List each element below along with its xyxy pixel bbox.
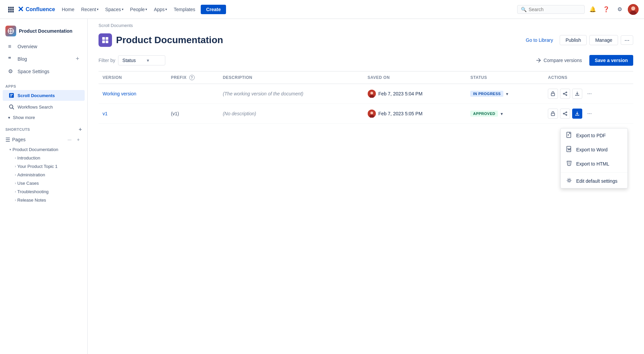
- col-description: Description: [219, 71, 363, 84]
- create-button[interactable]: Create: [201, 5, 226, 14]
- more-actions-button[interactable]: ···: [621, 35, 633, 45]
- topnav-right: 🔍 🔔 ❓ ⚙: [517, 4, 639, 15]
- lock-icon[interactable]: [548, 89, 558, 99]
- status-badge: IN PROGRESS: [470, 91, 503, 97]
- space-settings-icon: ⚙: [8, 68, 15, 75]
- tree-item-use-cases[interactable]: › Use Cases: [0, 179, 87, 187]
- svg-point-38: [566, 112, 567, 113]
- svg-rect-5: [12, 9, 14, 10]
- shortcuts-section-header: SHORTCUTS +: [0, 122, 87, 134]
- saved-on-cell: Feb 7, 2023 5:05 PM: [364, 104, 467, 124]
- export-icon[interactable]: [572, 89, 582, 99]
- svg-line-42: [564, 114, 566, 115]
- table-header: Version Prefix ? Description Saved on: [99, 71, 633, 84]
- svg-rect-28: [551, 93, 555, 96]
- row-more-button[interactable]: ···: [584, 109, 594, 119]
- grid-menu-icon[interactable]: [5, 4, 16, 15]
- space-icon: [5, 26, 16, 36]
- tree-item-release-notes[interactable]: › Release Notes: [0, 196, 87, 204]
- manage-button[interactable]: Manage: [589, 35, 618, 45]
- tree-chevron-icon[interactable]: ›: [15, 190, 16, 194]
- settings-icon[interactable]: ⚙: [614, 4, 625, 15]
- confluence-logo[interactable]: ✕ Confluence: [18, 5, 55, 14]
- actions-cell: ···: [544, 104, 633, 124]
- svg-point-30: [566, 95, 567, 96]
- v1-link[interactable]: v1: [103, 111, 108, 116]
- status-dropdown-button[interactable]: ▾: [499, 110, 504, 118]
- help-icon[interactable]: ❓: [601, 4, 612, 15]
- space-header[interactable]: Product Documentation: [0, 23, 87, 40]
- go-to-library-button[interactable]: Go to Library: [522, 35, 557, 45]
- lock-icon[interactable]: [548, 109, 558, 119]
- svg-line-20: [12, 108, 14, 109]
- tree-chevron-icon[interactable]: ›: [15, 198, 16, 202]
- tree-item-product-documentation[interactable]: ▾ Product Documentation: [0, 145, 87, 154]
- page-header: Product Documentation Go to Library Publ…: [88, 31, 644, 52]
- shortcuts-add-icon[interactable]: +: [79, 126, 82, 132]
- tree-collapse-icon[interactable]: ▾: [9, 148, 11, 151]
- svg-line-41: [564, 113, 566, 113]
- sidebar-item-overview[interactable]: ≡ Overview: [3, 41, 85, 52]
- export-active-icon[interactable]: [572, 109, 582, 119]
- avatar: [368, 90, 376, 98]
- chevron-down-icon: ▾: [122, 7, 123, 11]
- status-filter-select[interactable]: Status ▾: [118, 55, 165, 65]
- compare-versions-button[interactable]: Compare versions: [532, 55, 585, 65]
- sidebar-item-space-settings[interactable]: ⚙ Space Settings: [3, 65, 85, 77]
- export-word-item[interactable]: Export to Word: [561, 143, 627, 157]
- nav-spaces[interactable]: Spaces ▾: [103, 5, 126, 13]
- tree-item-introduction[interactable]: › Introduction: [0, 154, 87, 162]
- col-prefix: Prefix ?: [167, 71, 219, 84]
- tree-chevron-icon[interactable]: ›: [15, 181, 16, 185]
- nav-home[interactable]: Home: [59, 5, 77, 13]
- pages-header[interactable]: ☰ Pages ··· +: [0, 134, 87, 145]
- show-more-button[interactable]: ▾ Show more: [3, 113, 85, 122]
- prefix-help-icon[interactable]: ?: [189, 75, 195, 80]
- page-actions: Go to Library Publish Manage ···: [522, 35, 633, 45]
- tree-item-your-product-topic[interactable]: › Your Product Topic 1: [0, 162, 87, 171]
- nav-people[interactable]: People ▾: [128, 5, 150, 13]
- tree-chevron-icon[interactable]: ›: [15, 173, 16, 177]
- working-version-link[interactable]: Working version: [103, 91, 136, 96]
- notifications-icon[interactable]: 🔔: [587, 4, 598, 15]
- export-pdf-item[interactable]: Export to PDF: [561, 128, 627, 143]
- top-navigation: ✕ Confluence Home Recent ▾ Spaces ▾ Peop…: [0, 0, 644, 19]
- nav-apps[interactable]: Apps ▾: [151, 5, 170, 13]
- pages-add-icon[interactable]: +: [75, 136, 82, 143]
- blog-add-icon[interactable]: +: [76, 55, 79, 62]
- page-title: Product Documentation: [116, 35, 223, 46]
- filter-bar: Filter by Status ▾ Compare versions Save…: [88, 52, 644, 71]
- col-saved-on: Saved on: [364, 71, 467, 84]
- search-input[interactable]: [529, 7, 576, 12]
- share-icon[interactable]: [560, 89, 570, 99]
- share-icon[interactable]: [560, 109, 570, 119]
- sidebar-item-workflows-search[interactable]: Workflows Search: [3, 101, 85, 112]
- svg-point-39: [566, 115, 567, 116]
- status-dropdown-button[interactable]: ▾: [505, 90, 510, 98]
- workflows-search-icon: [8, 104, 15, 110]
- svg-rect-43: [567, 132, 571, 138]
- compare-icon: [535, 57, 541, 63]
- tree-item-troubleshooting[interactable]: › Troubleshooting: [0, 187, 87, 196]
- export-html-item[interactable]: Export to HTML: [561, 157, 627, 171]
- nav-recent[interactable]: Recent ▾: [78, 5, 101, 13]
- col-status: Status: [466, 71, 544, 84]
- avatar: [368, 110, 376, 118]
- space-name: Product Documentation: [19, 28, 73, 34]
- save-version-button[interactable]: Save a version: [589, 55, 633, 66]
- edit-default-settings-item[interactable]: Edit default settings: [561, 174, 627, 188]
- publish-button[interactable]: Publish: [560, 35, 587, 45]
- row-more-button[interactable]: ···: [584, 89, 594, 99]
- sidebar-item-scroll-documents[interactable]: Scroll Documents: [3, 90, 85, 101]
- pages-more-icon[interactable]: ···: [66, 136, 73, 143]
- tree-chevron-icon[interactable]: ›: [15, 165, 16, 168]
- svg-point-35: [370, 112, 373, 114]
- avatar[interactable]: [628, 4, 639, 15]
- search-box[interactable]: 🔍: [517, 5, 585, 14]
- nav-templates[interactable]: Templates: [171, 5, 198, 13]
- svg-rect-1: [10, 7, 12, 8]
- sidebar-item-blog[interactable]: ❝ Blog +: [3, 53, 85, 65]
- dropdown-divider: [561, 172, 627, 173]
- tree-chevron-icon[interactable]: ›: [15, 156, 16, 160]
- tree-item-administration[interactable]: › Administration: [0, 171, 87, 179]
